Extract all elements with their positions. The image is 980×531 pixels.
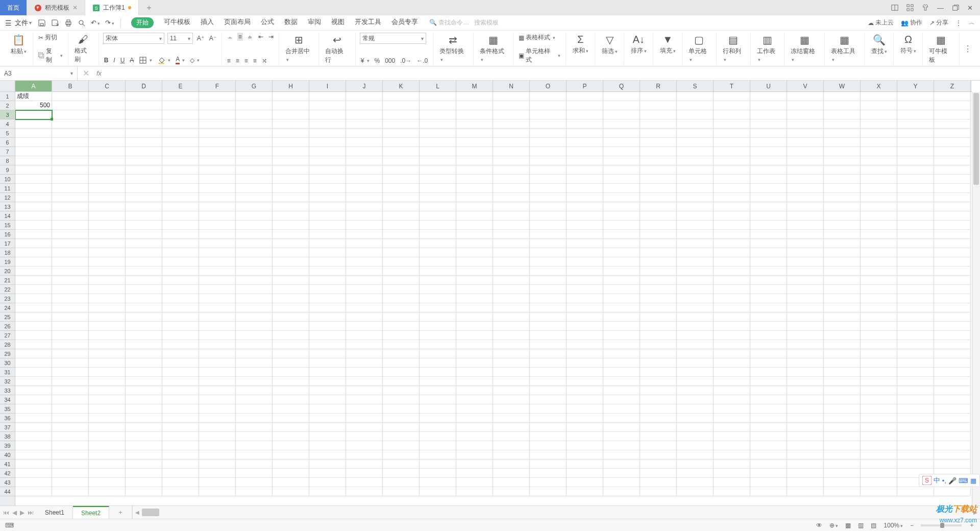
- cell-Q33[interactable]: [603, 386, 640, 395]
- cell-M11[interactable]: [456, 184, 493, 193]
- keniu-template-button[interactable]: ▦可牛模板: [927, 33, 955, 65]
- ime-toolbar[interactable]: S 中 •, 🎤 ⌨ ▦: [919, 474, 980, 487]
- cell-E33[interactable]: [162, 386, 199, 395]
- cell-E23[interactable]: [162, 294, 199, 303]
- cell-K26[interactable]: [383, 322, 420, 331]
- cell-A41[interactable]: [15, 460, 52, 469]
- row-header-22[interactable]: 22: [0, 285, 15, 294]
- cell-M24[interactable]: [456, 303, 493, 312]
- cell-X26[interactable]: [861, 322, 897, 331]
- cell-Y7[interactable]: [897, 147, 934, 156]
- cell-M43[interactable]: [456, 478, 493, 487]
- cell-X28[interactable]: [861, 340, 897, 349]
- cell-P43[interactable]: [567, 478, 603, 487]
- cell-L27[interactable]: [420, 331, 456, 340]
- cell-F29[interactable]: [199, 349, 236, 358]
- cell-F8[interactable]: [199, 156, 236, 165]
- fill-button[interactable]: ▼填充: [657, 33, 678, 56]
- cell-W28[interactable]: [824, 340, 861, 349]
- cell-Q15[interactable]: [603, 221, 640, 230]
- cell-K38[interactable]: [383, 432, 420, 441]
- cell-R33[interactable]: [640, 386, 677, 395]
- cell-R41[interactable]: [640, 460, 677, 469]
- cell-M3[interactable]: [456, 110, 493, 119]
- cell-O24[interactable]: [530, 303, 567, 312]
- cell-M22[interactable]: [456, 285, 493, 294]
- cell-K32[interactable]: [383, 377, 420, 386]
- cell-X1[interactable]: [861, 92, 897, 101]
- cell-Y20[interactable]: [897, 267, 934, 276]
- cell-F43[interactable]: [199, 478, 236, 487]
- cell-B39[interactable]: [52, 441, 89, 450]
- cell-Q11[interactable]: [603, 184, 640, 193]
- cell-Q34[interactable]: [603, 395, 640, 404]
- cell-N29[interactable]: [493, 349, 530, 358]
- cell-W20[interactable]: [824, 267, 861, 276]
- cell-E1[interactable]: [162, 92, 199, 101]
- cell-C30[interactable]: [89, 358, 126, 368]
- cell-J28[interactable]: [346, 340, 383, 349]
- cell-I29[interactable]: [309, 349, 346, 358]
- cell-W4[interactable]: [824, 119, 861, 129]
- cell-K19[interactable]: [383, 257, 420, 267]
- cell-B5[interactable]: [52, 129, 89, 138]
- cell-S40[interactable]: [677, 450, 714, 460]
- cell-E13[interactable]: [162, 202, 199, 211]
- cell-D14[interactable]: [126, 211, 162, 221]
- cell-L34[interactable]: [420, 395, 456, 404]
- cell-Z20[interactable]: [934, 267, 971, 276]
- cell-F2[interactable]: [199, 101, 236, 110]
- cell-R28[interactable]: [640, 340, 677, 349]
- conditional-format-button[interactable]: ▦条件格式: [478, 33, 509, 64]
- cell-L44[interactable]: [420, 487, 456, 496]
- cell-O15[interactable]: [530, 221, 567, 230]
- cell-N30[interactable]: [493, 358, 530, 368]
- cell-F25[interactable]: [199, 312, 236, 322]
- cell-A18[interactable]: [15, 248, 52, 257]
- cell-E29[interactable]: [162, 349, 199, 358]
- search-template[interactable]: 搜索模板: [474, 18, 499, 27]
- cell-T25[interactable]: [714, 312, 750, 322]
- cell-W42[interactable]: [824, 469, 861, 478]
- cell-S28[interactable]: [677, 340, 714, 349]
- col-header-T[interactable]: T: [714, 81, 750, 91]
- cell-C35[interactable]: [89, 404, 126, 414]
- col-header-Z[interactable]: Z: [934, 81, 971, 91]
- col-header-P[interactable]: P: [567, 81, 603, 91]
- cell-A4[interactable]: [15, 119, 52, 129]
- cell-W6[interactable]: [824, 138, 861, 147]
- cell-J29[interactable]: [346, 349, 383, 358]
- cell-Q2[interactable]: [603, 101, 640, 110]
- cell-L21[interactable]: [420, 276, 456, 285]
- cell-Q18[interactable]: [603, 248, 640, 257]
- cell-E9[interactable]: [162, 165, 199, 175]
- cell-T17[interactable]: [714, 239, 750, 248]
- cell-D34[interactable]: [126, 395, 162, 404]
- cell-Y39[interactable]: [897, 441, 934, 450]
- cell-A10[interactable]: [15, 175, 52, 184]
- cell-W19[interactable]: [824, 257, 861, 267]
- cell-V13[interactable]: [787, 202, 824, 211]
- cell-J27[interactable]: [346, 331, 383, 340]
- cell-Y29[interactable]: [897, 349, 934, 358]
- cell-T5[interactable]: [714, 129, 750, 138]
- cell-D9[interactable]: [126, 165, 162, 175]
- cell-E43[interactable]: [162, 478, 199, 487]
- cell-S31[interactable]: [677, 368, 714, 377]
- tab-workbook[interactable]: S 工作簿1: [85, 0, 139, 15]
- cell-R40[interactable]: [640, 450, 677, 460]
- tab-templates[interactable]: 稻壳模板 ✕: [27, 0, 85, 15]
- cell-T13[interactable]: [714, 202, 750, 211]
- cell-A24[interactable]: [15, 303, 52, 312]
- cell-R10[interactable]: [640, 175, 677, 184]
- cell-M21[interactable]: [456, 276, 493, 285]
- cell-S4[interactable]: [677, 119, 714, 129]
- cell-C42[interactable]: [89, 469, 126, 478]
- cell-B29[interactable]: [52, 349, 89, 358]
- cell-N23[interactable]: [493, 294, 530, 303]
- restore-icon[interactable]: [952, 4, 959, 11]
- minimize-icon[interactable]: —: [937, 4, 944, 12]
- cell-B34[interactable]: [52, 395, 89, 404]
- cell-Y24[interactable]: [897, 303, 934, 312]
- col-header-N[interactable]: N: [493, 81, 530, 91]
